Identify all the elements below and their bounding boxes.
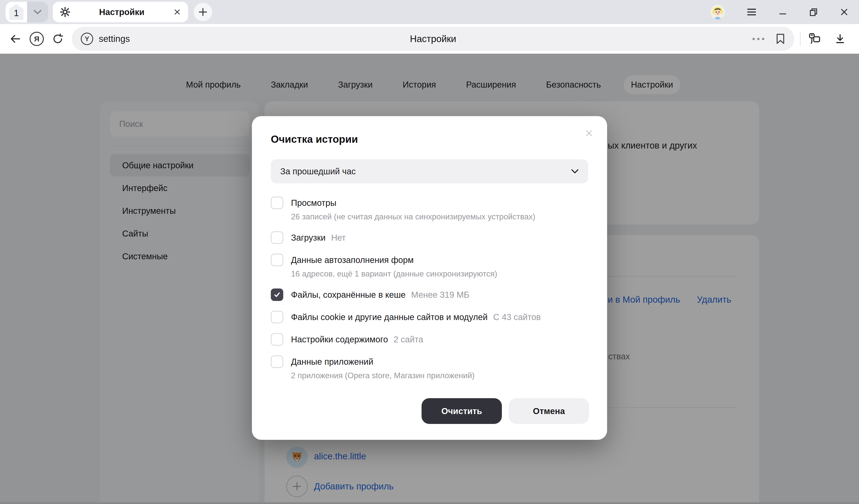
option-label: Файлы, сохранённые в кеше	[291, 289, 406, 301]
passwords-button[interactable]	[808, 32, 821, 46]
close-icon	[840, 7, 849, 17]
checkmark-icon	[273, 291, 281, 299]
option-value: Нет	[331, 231, 346, 244]
tab-close-icon[interactable]	[174, 9, 181, 16]
tab-group-control: 1	[5, 2, 48, 22]
browser-menu-button[interactable]	[747, 8, 757, 16]
checkbox-cookies[interactable]	[271, 311, 283, 323]
url-text: settings	[99, 34, 130, 44]
option-row-cookies: Файлы cookie и другие данные сайтов и мо…	[271, 311, 588, 323]
option-value: С 43 сайтов	[493, 311, 541, 323]
option-sublabel: 2 приложения (Opera store, Магазин прило…	[291, 371, 588, 380]
toolbar-separator	[800, 32, 801, 46]
key-card-icon	[808, 32, 821, 46]
clear-history-dialog: Очистка истории За прошедший час Просмот…	[252, 116, 607, 440]
option-label: Просмотры	[291, 197, 336, 209]
browser-tab-bar: 1 Настройки	[0, 0, 859, 24]
option-label: Настройки содержимого	[291, 333, 388, 346]
tab-counter-badge: 1	[9, 4, 24, 20]
dialog-title: Очистка истории	[271, 133, 588, 145]
checkbox-app-data[interactable]	[271, 355, 283, 368]
restore-icon	[809, 7, 818, 17]
checkbox-autofill[interactable]	[271, 254, 283, 266]
checkbox-cache[interactable]	[271, 289, 283, 301]
clear-button[interactable]: Очистить	[422, 398, 502, 424]
chevron-down-icon	[571, 169, 579, 174]
tab-list-dropdown-button[interactable]	[27, 2, 48, 22]
checkbox-views[interactable]	[271, 197, 283, 209]
downloads-button[interactable]	[834, 33, 846, 45]
browser-profile-avatar[interactable]	[710, 5, 725, 19]
new-tab-button[interactable]	[194, 3, 212, 21]
dialog-actions: Очистить Отмена	[422, 398, 589, 424]
option-row-views: Просмотры 26 записей (не считая данных н…	[271, 197, 588, 222]
checkbox-content-settings[interactable]	[271, 333, 283, 346]
girl-avatar-icon	[710, 5, 725, 19]
plus-icon	[198, 7, 208, 17]
active-tab[interactable]: Настройки	[53, 2, 188, 22]
cancel-button[interactable]: Отмена	[509, 398, 589, 424]
option-value: Менее 319 МБ	[411, 289, 469, 301]
page-title: Настройки	[410, 33, 456, 44]
window-minimize-button[interactable]	[778, 7, 787, 17]
hamburger-icon	[747, 8, 757, 16]
site-favicon: Y	[81, 33, 93, 45]
option-label: Данные приложений	[291, 355, 373, 368]
option-label: Данные автозаполнения форм	[291, 254, 413, 266]
time-range-value: За прошедший час	[280, 167, 356, 176]
option-label: Загрузки	[291, 231, 326, 244]
back-arrow-icon	[10, 33, 21, 45]
tab-counter-button[interactable]: 1	[5, 2, 27, 22]
more-actions-button[interactable]	[753, 38, 764, 40]
option-value: 2 сайта	[394, 333, 423, 346]
yandex-logo-icon: Я	[30, 32, 44, 46]
tab-title: Настройки	[70, 7, 174, 17]
dialog-close-icon[interactable]	[584, 128, 594, 138]
option-sublabel: 26 записей (не считая данных на синхрони…	[291, 212, 588, 222]
bookmark-icon[interactable]	[775, 33, 785, 45]
gear-icon	[60, 7, 70, 17]
chevron-down-icon	[33, 9, 43, 15]
window-close-button[interactable]	[840, 7, 849, 17]
reload-icon	[52, 33, 63, 45]
time-range-select[interactable]: За прошедший час	[271, 159, 588, 183]
option-row-autofill: Данные автозаполнения форм 16 адресов, е…	[271, 254, 588, 279]
back-button[interactable]	[10, 33, 21, 45]
option-sublabel: 16 адресов, ещё 1 вариант (данные синхро…	[291, 269, 588, 279]
download-icon	[834, 33, 846, 45]
window-restore-button[interactable]	[809, 7, 818, 17]
option-row-cache: Файлы, сохранённые в кеше Менее 319 МБ	[271, 289, 588, 301]
minimize-icon	[778, 7, 787, 17]
option-row-downloads: Загрузки Нет	[271, 231, 588, 244]
address-bar[interactable]: Y settings Настройки	[72, 27, 794, 51]
clear-history-options: Просмотры 26 записей (не считая данных н…	[271, 197, 588, 380]
settings-page: Мой профиль Закладки Загрузки История Ра…	[0, 54, 859, 504]
yandex-logo-button[interactable]: Я	[30, 32, 44, 46]
option-row-content-settings: Настройки содержимого 2 сайта	[271, 333, 588, 346]
browser-nav-bar: Я Y settings Настройки	[0, 24, 859, 54]
option-label: Файлы cookie и другие данные сайтов и мо…	[291, 311, 488, 323]
checkbox-downloads[interactable]	[271, 231, 283, 244]
reload-button[interactable]	[52, 33, 63, 45]
option-row-app-data: Данные приложений 2 приложения (Opera st…	[271, 355, 588, 380]
